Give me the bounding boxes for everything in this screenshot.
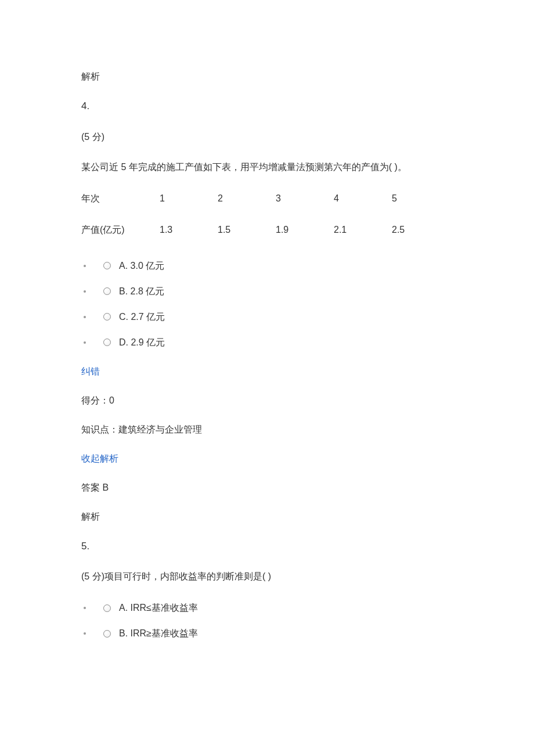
knowledge-point: 知识点：建筑经济与企业管理	[81, 423, 453, 437]
bullet-icon	[84, 632, 86, 635]
q4-option-b[interactable]: B. 2.8 亿元	[81, 285, 453, 298]
q5-score-stem: (5 分)项目可行时，内部收益率的判断准则是( )	[81, 570, 453, 584]
q5-option-a[interactable]: A. IRR≤基准收益率	[81, 601, 453, 615]
table-value-col: 1.9	[276, 223, 334, 237]
q5-option-b[interactable]: B. IRR≥基准收益率	[81, 627, 453, 640]
q5-options: A. IRR≤基准收益率 B. IRR≥基准收益率	[81, 601, 453, 640]
radio-icon[interactable]	[103, 287, 111, 295]
table-value-col: 1.3	[160, 223, 218, 237]
correction-link[interactable]: 纠错	[81, 365, 453, 379]
option-label: B. 2.8 亿元	[119, 285, 164, 298]
table-value-col: 2.1	[334, 223, 392, 237]
option-label: D. 2.9 亿元	[119, 336, 165, 350]
table-value-col: 1.5	[218, 223, 276, 237]
radio-icon[interactable]	[103, 604, 111, 612]
q4-score-label: (5 分)	[81, 130, 453, 144]
bullet-icon	[84, 607, 86, 609]
option-label: B. IRR≥基准收益率	[119, 627, 198, 640]
radio-icon[interactable]	[103, 313, 111, 321]
radio-icon[interactable]	[103, 262, 111, 269]
q4-analysis-label: 解析	[81, 510, 453, 524]
table-header-col: 1	[160, 192, 218, 206]
bullet-icon	[84, 316, 86, 318]
table-header-col: 2	[218, 192, 276, 206]
q4-option-a[interactable]: A. 3.0 亿元	[81, 259, 453, 273]
bullet-icon	[84, 341, 86, 344]
q4-answer: 答案 B	[81, 481, 453, 495]
table-value-col: 2.5	[392, 223, 450, 237]
q4-option-c[interactable]: C. 2.7 亿元	[81, 310, 453, 324]
table-value-row: 产值(亿元) 1.3 1.5 1.9 2.1 2.5	[81, 223, 453, 237]
table-header-col: 5	[392, 192, 450, 206]
option-label: C. 2.7 亿元	[119, 310, 165, 324]
table-header-col: 3	[276, 192, 334, 206]
option-label: A. 3.0 亿元	[119, 259, 164, 273]
score-result: 得分：0	[81, 394, 453, 408]
bullet-icon	[84, 290, 86, 293]
radio-icon[interactable]	[103, 339, 111, 346]
collapse-analysis-link[interactable]: 收起解析	[81, 452, 453, 466]
radio-icon[interactable]	[103, 630, 111, 638]
q5-number: 5.	[81, 539, 453, 554]
table-header-col: 4	[334, 192, 392, 206]
table-value-label: 产值(亿元)	[81, 223, 160, 237]
table-header-label: 年次	[81, 192, 160, 206]
table-header-row: 年次 1 2 3 4 5	[81, 192, 453, 206]
q3-analysis-label: 解析	[81, 70, 453, 84]
q4-stem: 某公司近 5 年完成的施工产值如下表，用平均增减量法预测第六年的产值为( )。	[81, 160, 453, 174]
q4-number: 4.	[81, 99, 453, 114]
bullet-icon	[84, 265, 86, 267]
q4-option-d[interactable]: D. 2.9 亿元	[81, 336, 453, 350]
q4-options: A. 3.0 亿元 B. 2.8 亿元 C. 2.7 亿元 D. 2.9 亿元	[81, 259, 453, 350]
option-label: A. IRR≤基准收益率	[119, 601, 198, 615]
